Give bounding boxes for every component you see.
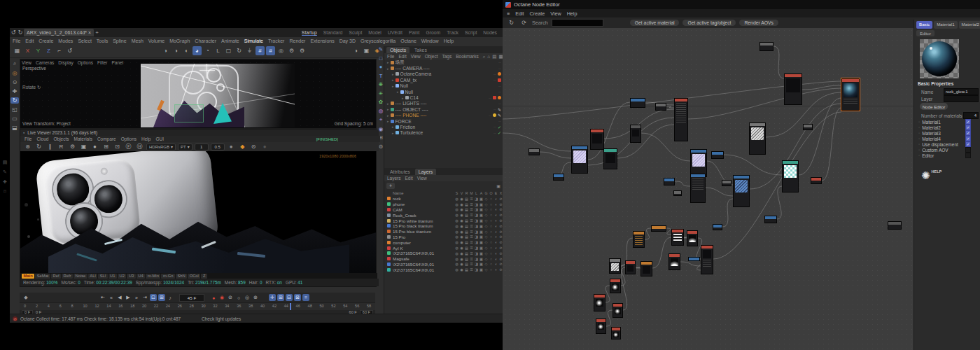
visibility-dots-icon[interactable]: ·· <box>489 96 491 100</box>
layer-toggle-v-icon[interactable]: ◉ <box>459 218 464 223</box>
layer-toggle-l-icon[interactable]: ◨ <box>474 207 479 211</box>
expand-arrow-icon[interactable]: ▸ <box>387 119 389 123</box>
sync-icon[interactable]: ⟳ <box>519 18 528 27</box>
layer-toggle-o-icon[interactable]: ○ <box>489 207 493 211</box>
subdivision-icon[interactable]: ❋ <box>379 81 383 88</box>
enabled-check-icon[interactable]: ✓ <box>498 125 501 130</box>
layer-toggle-m-icon[interactable]: ☰ <box>469 234 474 239</box>
layer-toggle-o-icon[interactable]: ○ <box>489 251 493 255</box>
layer-toggle-a-icon[interactable]: ▣ <box>479 262 484 266</box>
octane-menu-edit[interactable]: Edit <box>515 10 524 17</box>
reset-icon[interactable]: R <box>57 142 66 151</box>
dock-add-icon[interactable]: ✚ <box>3 179 7 185</box>
layer-toggle-r-icon[interactable]: ▤ <box>464 240 469 244</box>
prev-frame-icon[interactable]: ◀ <box>116 294 123 301</box>
colorspace-select[interactable]: HDRsRGB▾ <box>146 144 176 150</box>
kernel-settings-icon[interactable]: ⚙ <box>68 142 77 151</box>
layer-toggle-g-icon[interactable]: ◇ <box>484 230 489 234</box>
lv-menu-file[interactable]: File <box>24 136 31 141</box>
layer-toggle-g-icon[interactable]: ◇ <box>484 218 489 223</box>
layer-toggle-m-icon[interactable]: ☰ <box>469 207 474 211</box>
render-pass-ocol[interactable]: OCol <box>188 274 200 279</box>
graph-node-39[interactable] <box>722 180 732 186</box>
next-frame-icon[interactable]: » <box>133 294 140 301</box>
layer-toggle-m-icon[interactable]: ☰ <box>469 197 474 201</box>
expand-arrow-icon[interactable]: ▸ <box>387 102 389 106</box>
live-viewer-titlebar[interactable]: ▪ Live Viewer 2023.1.1 (96 days left) <box>20 130 379 136</box>
om-menu-view[interactable]: View <box>411 54 421 59</box>
button-get-active-tag-object[interactable]: Get active tag/object <box>682 20 736 26</box>
graph-node-11[interactable] <box>673 190 682 196</box>
layer-toggle-v-icon[interactable]: ◉ <box>459 251 464 255</box>
film-region-icon[interactable]: ⊡ <box>113 142 122 151</box>
graph-node-0[interactable] <box>760 42 774 51</box>
checkbox-use-displacement[interactable]: ✓ <box>965 141 971 147</box>
graph-node-29[interactable] <box>668 253 680 270</box>
render-pass-m-min[interactable]: m-Min <box>146 274 160 279</box>
octane-menu-create[interactable]: Create <box>530 10 545 17</box>
layer-toggle-o-icon[interactable]: ○ <box>489 240 493 244</box>
samples-field[interactable]: 1 <box>195 144 209 150</box>
layer-toggle-g-icon[interactable]: ◇ <box>484 267 489 272</box>
layer-toggle-l-icon[interactable]: ◨ <box>474 262 479 266</box>
layer-toggle-g-icon[interactable]: ◇ <box>484 240 489 244</box>
layer-toggle-v-icon[interactable]: ◉ <box>459 262 464 266</box>
button-render-aovs[interactable]: Render AOVs <box>739 20 778 26</box>
name-input[interactable]: rock_glow.1 <box>944 88 979 95</box>
layer-toggle-a-icon[interactable]: ▣ <box>479 207 484 211</box>
layer-toggle-m-icon[interactable]: ☰ <box>469 251 474 255</box>
layer-toggle-r-icon[interactable]: ▤ <box>464 207 469 211</box>
layer-toggle-o-icon[interactable]: ○ <box>489 257 493 261</box>
layer-row[interactable]: \X2\37165C64\X0\,01◍◉▤☰◨▣◇○◐⊘ <box>384 267 503 272</box>
layer-toggle-v-icon[interactable]: ◉ <box>459 234 464 239</box>
tree-row[interactable]: ▸---- CAMERA ----·· <box>384 65 503 71</box>
layer-toggle-r-icon[interactable]: ▤ <box>464 251 469 255</box>
add-layer-button[interactable]: + <box>386 183 395 189</box>
layer-row[interactable]: \X2\37165C64\X0\,01◍◉▤☰◨▣◇○◐⊘ <box>384 262 503 267</box>
layer-toggle-m-icon[interactable]: ☰ <box>469 213 474 217</box>
layer-toggle-g-icon[interactable]: ◇ <box>484 251 489 255</box>
tab-material2[interactable]: Material2 <box>959 21 980 29</box>
layers-menu-view[interactable]: View <box>417 176 427 181</box>
help-label[interactable]: HELP <box>932 169 942 174</box>
focus-picker-icon[interactable]: Ⓕ <box>124 142 133 151</box>
render-pass-sll[interactable]: SLl <box>98 274 107 279</box>
layout-tab-uvedit[interactable]: UVEdit <box>388 30 402 36</box>
menu-file[interactable]: File <box>13 38 20 43</box>
layers-menu-edit[interactable]: Edit <box>405 176 413 181</box>
layer-toggle-l-icon[interactable]: ◨ <box>474 267 479 272</box>
graph-node-7[interactable] <box>690 149 707 177</box>
axis-x-icon[interactable]: X <box>23 46 32 55</box>
target-icon[interactable]: ◎ <box>276 46 286 55</box>
layer-toggle-g-icon[interactable]: ◇ <box>484 213 489 217</box>
layer-toggle-r-icon[interactable]: ▤ <box>464 267 469 272</box>
node-editor-button[interactable]: Node Editor <box>920 103 948 110</box>
visibility-dots-icon[interactable]: ·· <box>493 72 496 76</box>
render-pass-u2[interactable]: U2 <box>118 274 126 279</box>
bend-deformer-icon[interactable]: ◍ <box>379 108 384 114</box>
hamburger-icon[interactable]: ≡ <box>507 10 510 17</box>
layer-toggle-l-icon[interactable]: ◨ <box>474 234 479 239</box>
pick-icon[interactable]: ⊙ <box>13 79 18 85</box>
tree-row[interactable]: ▸---- OBJECT ----··✎ <box>384 106 503 112</box>
close-icon[interactable]: × <box>88 30 91 35</box>
key-off-icon[interactable]: ⊘ <box>227 294 234 301</box>
octane-menu-view[interactable]: View <box>550 10 561 17</box>
tree-row[interactable]: ▸Null·· <box>384 89 503 94</box>
graph-node-3[interactable] <box>630 98 645 108</box>
live-selection-icon[interactable]: ⌕ <box>13 60 16 67</box>
layer-toggle-a-icon[interactable]: ▣ <box>479 267 484 272</box>
menu-character[interactable]: Character <box>195 38 216 43</box>
render-pass-m-gn[interactable]: m-Gn <box>161 274 175 279</box>
graph-node-28[interactable] <box>701 245 713 274</box>
layer-toggle-r-icon[interactable]: ▤ <box>464 197 469 201</box>
layout-tab-nodes[interactable]: Nodes <box>483 30 497 36</box>
layer-row[interactable]: 15 Pro◍◉▤☰◨▣◇○◐⊘ <box>384 234 503 240</box>
layer-row[interactable]: 15 Pro blue titanium◍◉▤☰◨▣◇○◐⊘ <box>384 229 503 234</box>
menu-help[interactable]: Help <box>444 38 454 43</box>
tab-editor[interactable]: Editor <box>916 30 934 36</box>
layer-toggle-g-icon[interactable]: ◇ <box>484 257 489 261</box>
layer-toggle-s-icon[interactable]: ◍ <box>454 257 459 261</box>
layer-toggle-s-icon[interactable]: ◍ <box>454 230 459 234</box>
current-frame-field[interactable]: 45 F <box>179 294 204 302</box>
